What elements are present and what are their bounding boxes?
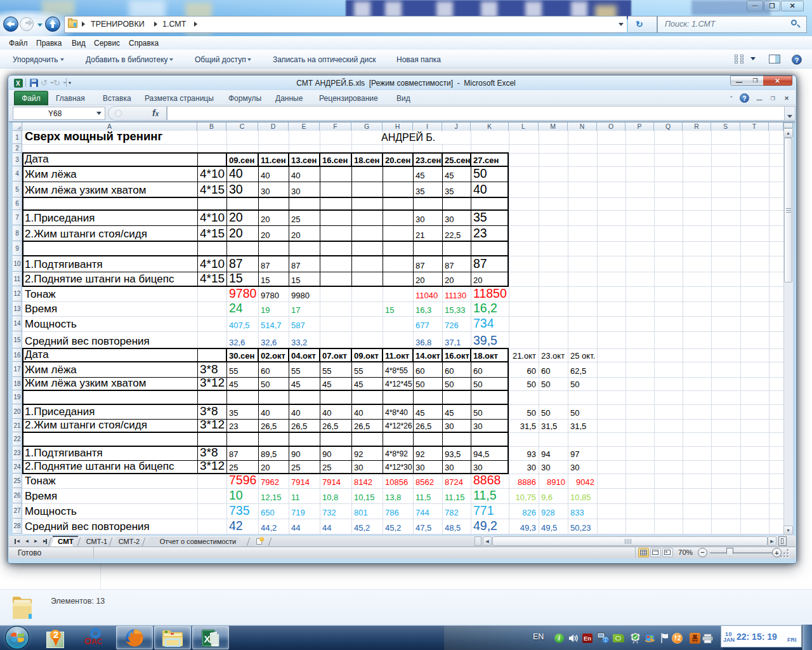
svg-text:X: X (16, 80, 20, 87)
svg-text:X: X (204, 633, 211, 644)
